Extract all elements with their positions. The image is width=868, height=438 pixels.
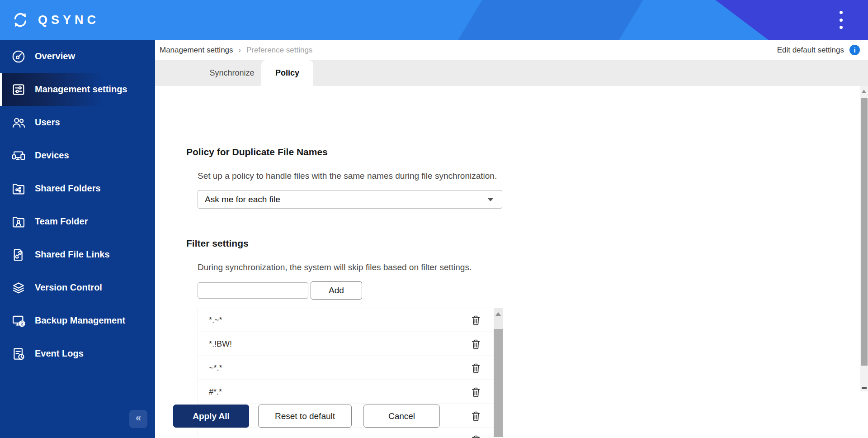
- delete-filter-button[interactable]: [470, 314, 482, 326]
- chevron-right-icon: ›: [239, 46, 241, 54]
- file-link-icon: [11, 247, 26, 262]
- sync-logo-icon: [12, 11, 29, 29]
- filter-settings-description: During synchronization, the system will …: [198, 262, 472, 272]
- filter-pattern: *.~*: [209, 315, 222, 325]
- tab-bar: Synchronize Policy: [155, 60, 868, 86]
- delete-filter-button[interactable]: [470, 410, 482, 422]
- sidebar-item-label: Devices: [35, 150, 69, 161]
- scroll-up-icon[interactable]: [495, 312, 501, 316]
- app-title: QSYNC: [38, 13, 99, 27]
- breadcrumb-management-settings[interactable]: Management settings: [160, 46, 233, 55]
- scroll-up-icon[interactable]: [862, 90, 866, 93]
- duplicate-policy-dropdown[interactable]: Ask me for each file: [198, 190, 502, 209]
- filter-row: ~*.*: [198, 356, 493, 380]
- policy-tab-content: Policy for Duplicate File Names Set up a…: [155, 86, 868, 438]
- sliders-icon: [11, 82, 26, 97]
- apply-all-button[interactable]: Apply All: [173, 405, 249, 428]
- dropdown-selected-value: Ask me for each file: [205, 195, 487, 205]
- page-scrollbar-thumb[interactable]: [861, 98, 868, 366]
- sidebar-item-shared-file-links[interactable]: Shared File Links: [0, 238, 155, 271]
- sidebar-item-devices[interactable]: Devices: [0, 139, 155, 172]
- duplicate-policy-description: Set up a policy to handle files with the…: [198, 171, 497, 181]
- chevron-down-icon: [487, 198, 494, 201]
- backup-icon: [11, 313, 26, 328]
- sidebar-item-label: Shared File Links: [35, 249, 110, 260]
- tab-policy[interactable]: Policy: [261, 60, 313, 86]
- filter-row-partial: [198, 428, 493, 438]
- kebab-menu-button[interactable]: [836, 11, 845, 29]
- gauge-icon: [11, 49, 26, 64]
- sidebar-item-team-folder[interactable]: Team Folder: [0, 205, 155, 238]
- event-log-icon: [11, 346, 26, 362]
- qsync-window: QSYNC Overview Management settings: [0, 0, 868, 438]
- shared-folder-icon: [11, 181, 26, 196]
- filter-list-scrollbar-thumb[interactable]: [494, 329, 503, 437]
- delete-filter-button[interactable]: [470, 434, 482, 438]
- devices-icon: [11, 148, 26, 163]
- delete-filter-button[interactable]: [470, 386, 482, 398]
- edit-default-settings-link[interactable]: Edit default settings: [777, 46, 844, 55]
- filter-settings-title: Filter settings: [186, 238, 249, 249]
- team-folder-icon: [11, 214, 26, 229]
- filter-pattern-input[interactable]: [198, 282, 308, 299]
- sidebar-item-management-settings[interactable]: Management settings: [0, 73, 155, 106]
- delete-filter-button[interactable]: [470, 362, 482, 374]
- layers-icon: [11, 280, 26, 295]
- breadcrumb-preference-settings: Preference settings: [246, 46, 312, 55]
- sidebar-item-label: Shared Folders: [35, 183, 101, 194]
- users-icon: [11, 115, 26, 130]
- filter-pattern: *.!BW!: [209, 339, 232, 349]
- duplicate-policy-title: Policy for Duplicate File Names: [186, 147, 328, 157]
- page-scrollbar[interactable]: [860, 86, 868, 391]
- sidebar-item-label: Event Logs: [35, 348, 84, 359]
- sidebar-item-label: Version Control: [35, 282, 102, 293]
- cancel-button[interactable]: Cancel: [363, 405, 440, 428]
- breadcrumb: Management settings › Preference setting…: [155, 46, 312, 55]
- sidebar-item-label: Users: [35, 117, 60, 128]
- scrollbar-end-mark: [862, 387, 867, 389]
- sidebar-item-version-control[interactable]: Version Control: [0, 271, 155, 304]
- delete-filter-button[interactable]: [470, 338, 482, 350]
- sidebar-item-users[interactable]: Users: [0, 106, 155, 139]
- main-panel: Management settings › Preference setting…: [155, 40, 868, 438]
- filter-pattern: ~*.*: [209, 363, 222, 373]
- filter-pattern: #*.*: [209, 387, 222, 397]
- sidebar-item-label: Backup Management: [35, 315, 125, 326]
- footer-buttons: Apply All Reset to default Cancel: [173, 405, 440, 428]
- filter-row: *.!BW!: [198, 332, 493, 356]
- sidebar-item-shared-folders[interactable]: Shared Folders: [0, 172, 155, 205]
- sidebar-collapse-button[interactable]: «: [129, 410, 147, 428]
- sidebar-item-overview[interactable]: Overview: [0, 40, 155, 73]
- sidebar-item-event-logs[interactable]: Event Logs: [0, 337, 155, 370]
- info-icon[interactable]: i: [849, 45, 860, 55]
- reset-to-default-button[interactable]: Reset to default: [258, 405, 352, 428]
- sidebar-item-label: Team Folder: [35, 216, 88, 227]
- sidebar-item-label: Management settings: [35, 84, 127, 95]
- sidebar: Overview Management settings Users: [0, 40, 155, 438]
- breadcrumb-bar: Management settings › Preference setting…: [155, 40, 868, 60]
- sidebar-item-label: Overview: [35, 51, 75, 62]
- filter-list-scrollbar[interactable]: [494, 308, 503, 437]
- filter-row: #*.*: [198, 380, 493, 404]
- app-logo: QSYNC: [12, 0, 99, 40]
- app-header: QSYNC: [0, 0, 868, 40]
- add-filter-button[interactable]: Add: [311, 281, 362, 300]
- filter-row: *.~*: [198, 308, 493, 332]
- sidebar-item-backup-management[interactable]: Backup Management: [0, 304, 155, 337]
- header-diagonal-band: [458, 0, 643, 40]
